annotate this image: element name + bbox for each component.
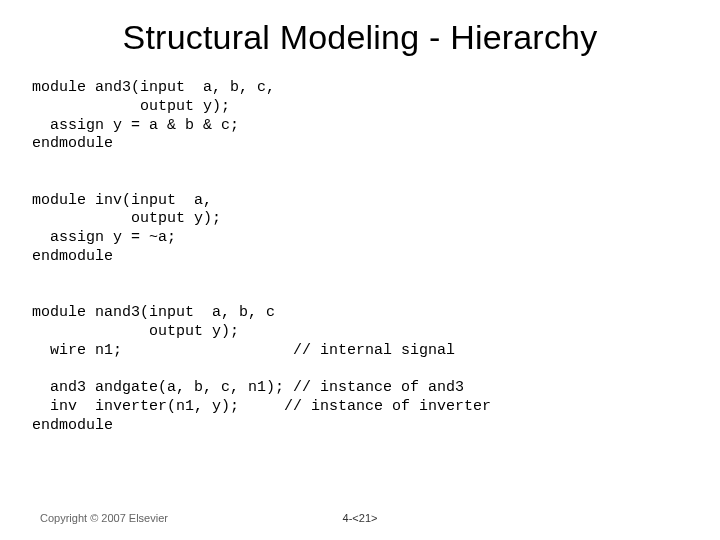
code-block: module and3(input a, b, c, output y); as… <box>32 79 680 435</box>
slide: Structural Modeling - Hierarchy module a… <box>0 0 720 540</box>
page-number: 4-<21> <box>0 512 720 524</box>
slide-title: Structural Modeling - Hierarchy <box>40 18 680 57</box>
